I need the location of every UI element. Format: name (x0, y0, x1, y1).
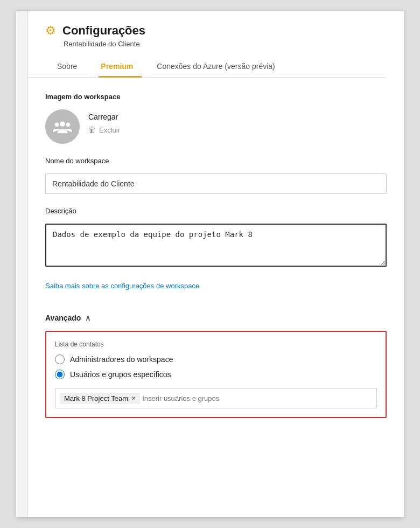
upload-button[interactable]: Carregar (88, 113, 120, 121)
workspace-avatar (45, 109, 80, 144)
gear-icon: ⚙ (45, 25, 56, 37)
header: ⚙ Configurações Rentabilidade do Cliente… (28, 11, 404, 78)
chevron-up-icon: ∧ (85, 314, 90, 322)
workspace-image-row: Carregar 🗑 Excluir (45, 109, 387, 144)
workspace-name-label: Nome do workspace (45, 157, 387, 165)
radio-admins-input[interactable] (55, 355, 65, 364)
page-title: Configurações (62, 24, 145, 38)
svg-point-0 (60, 122, 65, 127)
tab-azure[interactable]: Conexões do Azure (versão prévia) (155, 57, 283, 78)
help-link[interactable]: Saiba mais sobre as configurações de wor… (45, 282, 199, 290)
delete-button[interactable]: 🗑 Excluir (88, 126, 120, 134)
radio-admins[interactable]: Administradores do workspace (55, 355, 377, 364)
tag-mark8: Mark 8 Project Team × (60, 393, 140, 404)
left-nav-strip (16, 11, 28, 517)
trash-icon: 🗑 (88, 126, 96, 134)
workspace-image-label: Imagem do workspace (45, 93, 387, 101)
advanced-toggle-button[interactable]: Avançado ∧ (45, 314, 90, 322)
header-title-row: ⚙ Configurações (45, 24, 387, 38)
description-textarea[interactable]: Dados de exemplo da equipe do projeto Ma… (45, 224, 387, 267)
delete-label: Excluir (99, 126, 120, 134)
image-actions: Carregar 🗑 Excluir (88, 109, 120, 134)
advanced-label: Avançado (45, 314, 81, 322)
users-groups-input[interactable] (142, 394, 372, 402)
contact-list-section: Lista de contatos Administradores do wor… (45, 331, 387, 418)
tab-sobre[interactable]: Sobre (57, 57, 86, 78)
tabs-bar: Sobre Premium Conexões do Azure (versão … (28, 57, 387, 78)
settings-panel: ⚙ Configurações Rentabilidade do Cliente… (16, 11, 404, 517)
radio-specific-input[interactable] (55, 370, 65, 379)
header-subtitle: Rentabilidade do Cliente (64, 40, 387, 48)
contact-list-label: Lista de contatos (55, 341, 377, 348)
radio-admins-label: Administradores do workspace (70, 355, 173, 364)
svg-point-1 (55, 122, 59, 127)
tag-remove-button[interactable]: × (131, 394, 136, 402)
tab-premium[interactable]: Premium (99, 57, 142, 78)
tag-input-row[interactable]: Mark 8 Project Team × (55, 388, 377, 408)
radio-group: Administradores do workspace Usuários e … (55, 355, 377, 379)
avatar-icon (52, 116, 73, 137)
radio-specific[interactable]: Usuários e grupos específicos (55, 370, 377, 379)
description-label: Descrição (45, 207, 387, 215)
svg-point-2 (66, 122, 71, 127)
content-area: Imagem do workspace Carregar 🗑 Excluir (28, 78, 404, 517)
workspace-name-input[interactable] (45, 173, 387, 194)
radio-specific-label: Usuários e grupos específicos (70, 370, 171, 379)
tag-text: Mark 8 Project Team (64, 394, 128, 402)
